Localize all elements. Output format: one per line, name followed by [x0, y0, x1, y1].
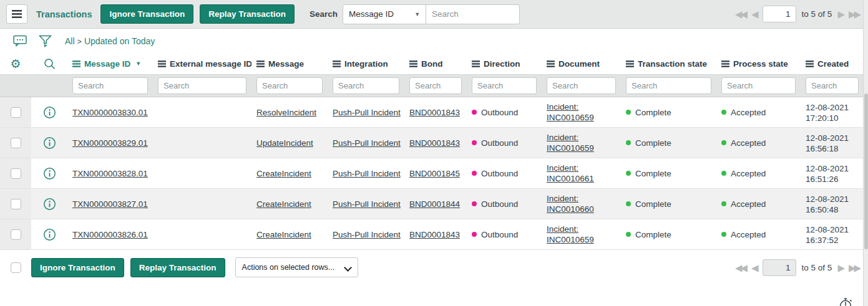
row-checkbox[interactable]	[11, 138, 21, 148]
column-header-direction[interactable]: Direction	[467, 53, 542, 74]
filter-integration-input[interactable]	[333, 77, 399, 94]
info-icon[interactable]	[43, 228, 56, 241]
message-id-link[interactable]: TXN0000003830.01	[72, 108, 148, 117]
direction-value: Outbound	[481, 108, 518, 117]
transaction-state-value: Complete	[635, 138, 671, 148]
hamburger-icon	[12, 10, 22, 18]
bond-link[interactable]: BND0001843	[409, 138, 460, 148]
direction-value: Outbound	[481, 138, 518, 148]
complete-dot	[626, 232, 631, 237]
row-checkbox[interactable]	[11, 107, 21, 118]
page-number-input[interactable]	[763, 6, 796, 22]
personalize-list-gear[interactable]: ⚙	[0, 53, 31, 74]
integration-link[interactable]: Push-Pull Incident	[333, 108, 401, 117]
footer-replay-transaction-button[interactable]: Replay Transaction	[130, 258, 225, 277]
column-menu-icon	[806, 60, 814, 67]
message-id-link[interactable]: TXN0000003829.01	[72, 138, 148, 148]
first-page-icon[interactable]: ◀◀	[735, 9, 746, 19]
integration-link[interactable]: Push-Pull Incident	[333, 230, 401, 239]
previous-page-icon[interactable]: ◀	[751, 9, 757, 19]
column-menu-icon	[547, 60, 555, 67]
direction-value: Outbound	[481, 169, 518, 178]
scrollbar-thumb[interactable]	[864, 93, 868, 249]
row-checkbox[interactable]	[11, 168, 21, 179]
table-row: TXN0000003829.01 UpdateIncident Push-Pul…	[0, 128, 864, 158]
integration-link[interactable]: Push-Pull Incident	[333, 138, 401, 148]
next-page-icon[interactable]: ▶	[837, 263, 843, 272]
list-search-toggle[interactable]	[31, 53, 67, 74]
bond-link[interactable]: BND0001844	[409, 199, 460, 209]
context-menu-button[interactable]	[6, 4, 27, 24]
column-header-integration[interactable]: Integration	[328, 53, 404, 74]
bottom-whitespace	[0, 285, 868, 306]
document-link[interactable]: Incident:INC0010659	[547, 102, 594, 123]
last-page-icon[interactable]: ▶▶	[849, 263, 859, 272]
bond-link[interactable]: BND0001845	[409, 169, 460, 178]
page-title[interactable]: Transactions	[36, 9, 92, 19]
message-link[interactable]: UpdateIncident	[256, 138, 313, 148]
filter-external-message-id-input[interactable]	[158, 77, 246, 94]
column-header-message-id[interactable]: Message ID ▼	[67, 53, 153, 74]
search-field-select[interactable]: Message ID ▼	[343, 4, 426, 24]
column-header-bond[interactable]: Bond	[404, 53, 467, 74]
next-page-icon[interactable]: ▶	[837, 9, 843, 19]
column-header-transaction-state[interactable]: Transaction state	[621, 53, 716, 74]
info-icon[interactable]	[43, 106, 56, 119]
filter-transaction-state-input[interactable]	[626, 77, 711, 94]
document-link[interactable]: Incident:INC0010659	[547, 132, 594, 153]
previous-page-icon[interactable]: ◀	[751, 263, 757, 272]
info-icon[interactable]	[43, 198, 56, 211]
message-link[interactable]: CreateIncident	[256, 199, 311, 209]
info-icon[interactable]	[43, 136, 56, 150]
info-icon[interactable]	[43, 167, 56, 180]
filter-bond-input[interactable]	[409, 77, 462, 94]
replay-transaction-button[interactable]: Replay Transaction	[200, 4, 295, 24]
breadcrumb-filter-link[interactable]: Updated on Today	[84, 36, 155, 46]
document-link[interactable]: Incident:INC0010660	[547, 193, 594, 214]
footer-ignore-transaction-button[interactable]: Ignore Transaction	[31, 258, 124, 277]
row-checkbox[interactable]	[11, 199, 21, 209]
response-time-stopwatch-icon[interactable]	[839, 297, 853, 306]
vertical-scrollbar[interactable]	[863, 0, 868, 306]
filter-created-input[interactable]	[806, 77, 859, 94]
search-input[interactable]	[426, 4, 520, 24]
top-pagination: ◀◀ ◀ to 5 of 5 ▶ ▶▶	[735, 6, 859, 22]
actions-on-selected-rows-select[interactable]: Actions on selected rows...	[235, 257, 358, 277]
message-link[interactable]: CreateIncident	[256, 169, 311, 178]
bond-link[interactable]: BND0001843	[409, 230, 460, 239]
filter-direction-input[interactable]	[472, 77, 537, 94]
column-header-message[interactable]: Message	[251, 53, 328, 74]
column-header-document[interactable]: Document	[542, 53, 621, 74]
ignore-transaction-button[interactable]: Ignore Transaction	[100, 4, 193, 24]
breadcrumb-all-link[interactable]: All	[65, 36, 75, 46]
filter-process-state-input[interactable]	[721, 77, 796, 94]
accepted-dot	[721, 140, 726, 145]
filter-message-id-input[interactable]	[72, 77, 148, 94]
message-link[interactable]: CreateIncident	[256, 230, 311, 239]
select-all-checkbox[interactable]	[11, 262, 21, 273]
message-id-link[interactable]: TXN0000003828.01	[72, 169, 148, 178]
column-header-external-message-id[interactable]: External message ID	[153, 53, 251, 74]
document-link[interactable]: Incident:INC0010661	[547, 163, 594, 184]
message-id-link[interactable]: TXN0000003827.01	[72, 199, 148, 209]
filter-document-input[interactable]	[547, 77, 616, 94]
column-header-process-state[interactable]: Process state	[716, 53, 801, 74]
message-id-link[interactable]: TXN0000003826.01	[72, 230, 148, 239]
column-header-created[interactable]: Created	[801, 53, 864, 74]
row-checkbox[interactable]	[11, 229, 21, 240]
direction-value: Outbound	[481, 199, 518, 209]
document-link[interactable]: Incident:INC0010659	[547, 224, 594, 245]
filter-message-input[interactable]	[256, 77, 323, 94]
last-page-icon[interactable]: ▶▶	[849, 9, 859, 19]
page-number-input[interactable]	[763, 259, 796, 276]
message-link[interactable]: ResolveIncident	[256, 108, 316, 117]
bond-link[interactable]: BND0001843	[409, 108, 460, 117]
transaction-state-value: Complete	[635, 169, 671, 178]
integration-link[interactable]: Push-Pull Incident	[333, 169, 401, 178]
integration-link[interactable]: Push-Pull Incident	[333, 199, 401, 209]
column-menu-icon	[626, 60, 634, 67]
filter-icon[interactable]	[32, 35, 57, 47]
first-page-icon[interactable]: ◀◀	[735, 263, 746, 272]
messages-icon[interactable]	[7, 35, 32, 47]
outbound-dot	[472, 171, 477, 176]
